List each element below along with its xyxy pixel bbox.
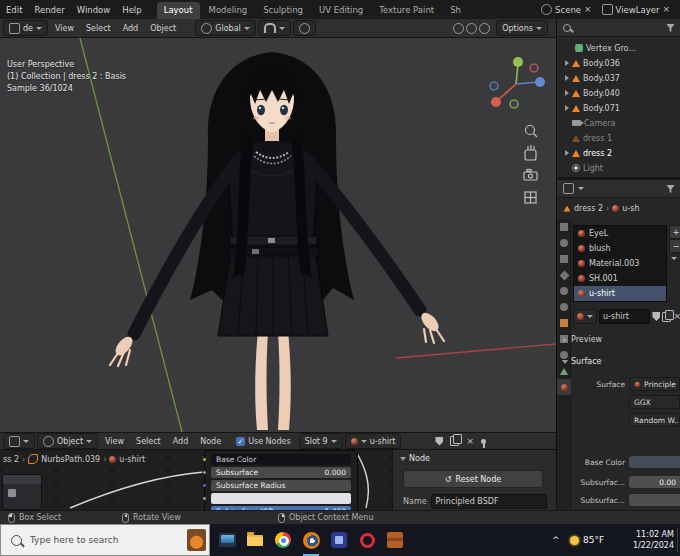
unlink-material-icon[interactable]: ×: [673, 312, 680, 321]
menu-node[interactable]: Node: [195, 437, 226, 446]
tray-show-hidden-icons[interactable]: ^: [552, 524, 560, 556]
outliner-row-light[interactable]: Light: [557, 161, 675, 175]
distribution-dropdown[interactable]: GGX: [629, 395, 680, 409]
tab-sculpting[interactable]: Sculpting: [256, 2, 310, 19]
taskbar-app-blender[interactable]: [298, 524, 324, 556]
camera-view-icon[interactable]: [524, 170, 537, 181]
viewlayer-tab-icon[interactable]: [557, 267, 571, 283]
shading-solid-icon[interactable]: [453, 23, 464, 34]
tab-modeling[interactable]: Modeling: [202, 2, 255, 19]
node-subsurface-slider[interactable]: Subsurface 0.000: [211, 467, 351, 478]
taskbar-app-chrome[interactable]: [270, 524, 296, 556]
taskbar-app-file-explorer[interactable]: [242, 524, 268, 556]
menu-add[interactable]: Add: [168, 437, 194, 446]
outliner-row-vertex-groups[interactable]: Vertex Gro...: [557, 41, 675, 55]
expand-icon[interactable]: [565, 75, 569, 81]
menu-select[interactable]: Select: [131, 437, 166, 446]
3d-viewport[interactable]: User Perspective (1) Collection | dress …: [0, 38, 556, 432]
expand-icon[interactable]: [565, 60, 569, 66]
tab-texture-paint[interactable]: Texture Paint: [372, 2, 441, 19]
menu-object[interactable]: Object: [145, 24, 181, 33]
outliner-row-dress-2[interactable]: dress 2: [557, 146, 675, 160]
move-hand-icon[interactable]: [525, 145, 536, 160]
tool-tab-icon[interactable]: [557, 219, 571, 235]
shading-rendered-icon[interactable]: [479, 23, 490, 34]
gizmo-x-axis[interactable]: [491, 97, 501, 107]
slot-eyel[interactable]: EyeL: [574, 226, 666, 241]
mode-dropdown[interactable]: de: [3, 20, 48, 36]
slot-dropdown[interactable]: Slot 9: [299, 433, 343, 449]
proportional-editing-button[interactable]: [293, 20, 316, 36]
slot-add-button[interactable]: +: [669, 225, 680, 239]
taskbar-app-box[interactable]: [382, 524, 408, 556]
outliner-row-body-071[interactable]: Body.071: [557, 101, 675, 115]
unlink-icon[interactable]: ×: [466, 437, 474, 446]
surface-section-header[interactable]: Surface: [563, 357, 601, 366]
subsurface-method-dropdown[interactable]: Random W...: [629, 413, 680, 427]
properties-editor-icon[interactable]: [563, 183, 574, 194]
new-material-icon[interactable]: [662, 312, 671, 322]
new-material-icon[interactable]: [450, 436, 459, 446]
properties-filter-icon[interactable]: [666, 185, 675, 193]
fake-user-icon[interactable]: [652, 312, 660, 321]
socket-subsurface-radius[interactable]: [202, 483, 207, 488]
slot-material-003[interactable]: Material.003: [574, 256, 666, 271]
reset-node-button[interactable]: ↺ Reset Node: [403, 470, 543, 488]
shader-type-dropdown[interactable]: Object: [37, 433, 98, 449]
gizmo-y-axis[interactable]: [513, 57, 523, 67]
preview-section-header[interactable]: Preview: [563, 335, 602, 344]
expand-icon[interactable]: [565, 105, 569, 111]
expand-icon[interactable]: [565, 150, 569, 156]
perspective-toggle-icon[interactable]: [525, 192, 536, 203]
menu-render[interactable]: Render: [28, 5, 70, 15]
options-dropdown[interactable]: Options: [496, 20, 548, 36]
socket-subsurface[interactable]: [202, 470, 207, 475]
taskbar-app-display[interactable]: [214, 524, 240, 556]
taskbar-search[interactable]: Type here to search: [0, 524, 210, 556]
outliner-row-body-040[interactable]: Body.040: [557, 86, 675, 100]
node-panel-header[interactable]: Node: [393, 450, 556, 463]
tray-weather[interactable]: 85°F: [570, 524, 604, 556]
transform-orientation-dropdown[interactable]: Global: [195, 20, 256, 36]
outliner-row-body-036[interactable]: Body.036: [557, 56, 675, 70]
gizmo-z-axis[interactable]: [535, 77, 545, 87]
use-nodes-checkbox[interactable]: ✓ Use Nodes: [236, 437, 291, 446]
browse-material-button[interactable]: [573, 309, 597, 324]
viewlayer-selector[interactable]: ViewLayer ×: [597, 4, 680, 15]
outliner-row-body-037[interactable]: Body.037: [557, 71, 675, 85]
breadcrumb-object[interactable]: dress 2: [574, 204, 603, 213]
slot-blush[interactable]: blush: [574, 241, 666, 256]
surface-shader-dropdown[interactable]: Principle: [629, 377, 680, 391]
view-navigation-gizmo[interactable]: [490, 57, 545, 108]
material-name-field[interactable]: u-shirt: [599, 309, 650, 324]
node-subsurface-radius-button[interactable]: Subsurface Radius: [211, 480, 351, 491]
tab-uv-editing[interactable]: UV Editing: [312, 2, 370, 19]
subsurface-slider[interactable]: 0.00: [629, 476, 680, 488]
filter-icon[interactable]: [666, 24, 675, 32]
scene-unlink-icon[interactable]: ×: [584, 5, 592, 14]
expand-icon[interactable]: [565, 90, 569, 96]
menu-view[interactable]: View: [100, 437, 129, 446]
outliner-row-dress-1[interactable]: dress 1: [557, 131, 675, 145]
outliner-row-camera[interactable]: Camera: [557, 116, 675, 130]
socket-base-color[interactable]: [202, 457, 207, 462]
slot-u-shirt-active[interactable]: u-shirt: [574, 286, 666, 301]
menu-help[interactable]: Help: [116, 5, 147, 15]
menu-view[interactable]: View: [50, 24, 79, 33]
tab-shading[interactable]: Sh: [443, 2, 468, 19]
slot-specials-menu[interactable]: [671, 257, 677, 260]
world-tab-icon[interactable]: [557, 299, 571, 315]
shader-editor-canvas[interactable]: ss 2 › NurbsPath.039 › u-shirt Base Colo…: [0, 450, 556, 510]
fake-user-icon[interactable]: [435, 437, 443, 446]
editor-type-dropdown[interactable]: [3, 433, 35, 449]
scene-selector[interactable]: Scene ×: [536, 4, 596, 15]
slot-sh-001[interactable]: SH.001: [574, 271, 666, 286]
scene-tab-icon[interactable]: [557, 283, 571, 299]
tab-layout[interactable]: Layout: [157, 2, 200, 19]
node-base-color-row[interactable]: Base Color: [211, 454, 351, 465]
zoom-icon[interactable]: [526, 126, 538, 138]
output-tab-icon[interactable]: [557, 251, 571, 267]
snapping-button[interactable]: [258, 20, 291, 36]
node-name-field[interactable]: Principled BSDF: [431, 494, 547, 509]
base-color-swatch[interactable]: [629, 456, 680, 468]
